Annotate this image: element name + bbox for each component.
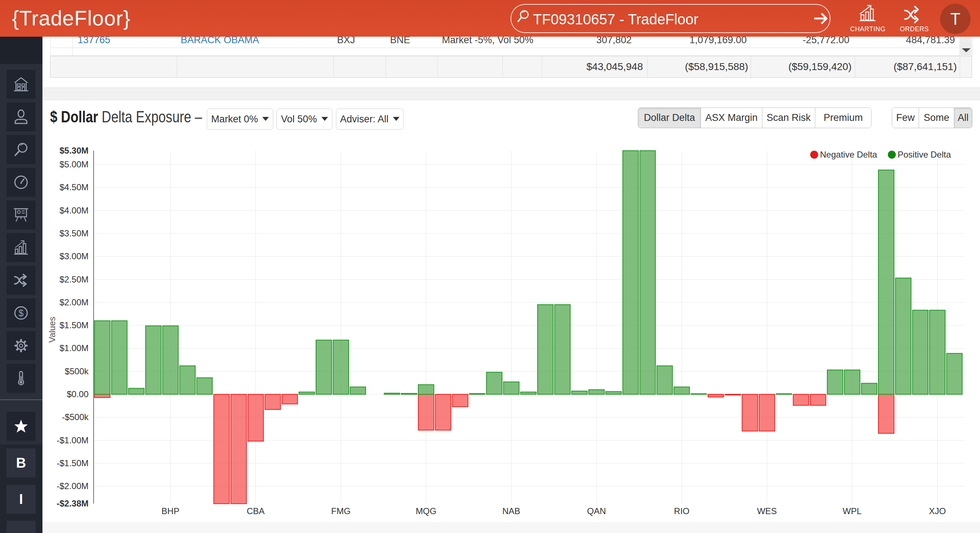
svg-text:Values: Values: [47, 317, 57, 343]
svg-text:$3.00M: $3.00M: [59, 251, 89, 261]
svg-text:$0.00: $0.00: [67, 389, 89, 399]
svg-text:$3.50M: $3.50M: [59, 228, 89, 238]
svg-text:-$2.38M: -$2.38M: [57, 498, 89, 508]
svg-text:XJO: XJO: [929, 506, 946, 516]
svg-text:-$500k: -$500k: [62, 412, 89, 422]
svg-text:FMG: FMG: [331, 506, 350, 516]
svg-text:$5.00M: $5.00M: [59, 160, 89, 169]
svg-text:$4.00M: $4.00M: [59, 206, 89, 215]
svg-text:-$1.00M: -$1.00M: [57, 435, 89, 445]
svg-text:WES: WES: [757, 506, 777, 516]
svg-text:$1.50M: $1.50M: [59, 320, 89, 330]
svg-text:CBA: CBA: [247, 506, 264, 516]
svg-text:QAN: QAN: [587, 506, 606, 516]
svg-text:-$1.50M: -$1.50M: [57, 458, 89, 468]
svg-text:Positive Delta: Positive Delta: [898, 150, 951, 160]
svg-text:$1.00M: $1.00M: [59, 343, 89, 353]
svg-text:$2.00M: $2.00M: [59, 297, 89, 307]
svg-text:$500k: $500k: [65, 366, 89, 376]
svg-text:$4.50M: $4.50M: [59, 182, 89, 192]
svg-text:RIO: RIO: [674, 506, 690, 516]
svg-text:NAB: NAB: [503, 506, 520, 516]
svg-text:Negative Delta: Negative Delta: [820, 150, 877, 160]
svg-text:$2.50M: $2.50M: [59, 274, 89, 284]
svg-text:-$2.00M: -$2.00M: [57, 481, 89, 491]
svg-text:WPL: WPL: [843, 506, 862, 516]
svg-text:$5.30M: $5.30M: [59, 145, 89, 155]
svg-text:MQG: MQG: [416, 506, 436, 516]
svg-text:BHP: BHP: [161, 506, 179, 516]
svg-text:$: $: [19, 308, 24, 318]
